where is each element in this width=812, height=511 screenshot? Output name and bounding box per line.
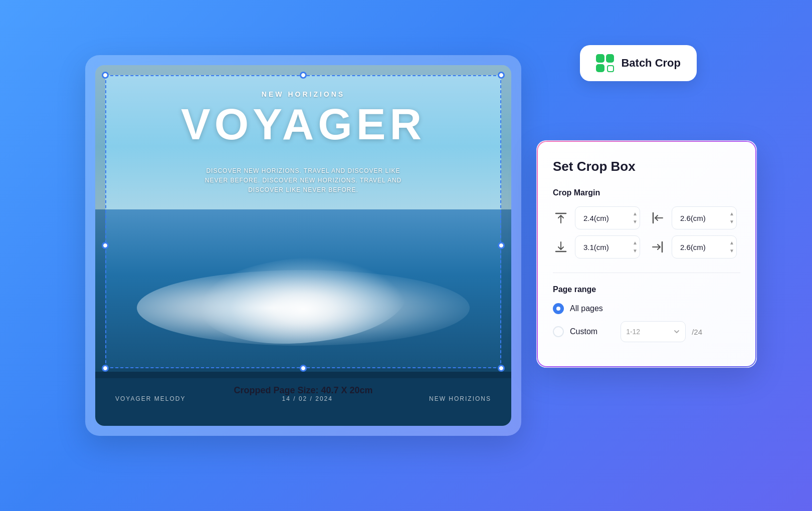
pdf-subtitle: NEW HORIZIONS: [262, 90, 345, 98]
right-margin-down[interactable]: ▼: [727, 247, 736, 254]
batch-crop-icon: [596, 54, 614, 72]
pdf-viewer-card: NEW HORIZIONS VOYAGER DISCOVER NEW HORIZ…: [85, 55, 521, 436]
margin-top-icon: [553, 210, 569, 226]
crop-panel: Set Crop Box Crop Margin ▲ ▼: [536, 140, 757, 368]
margin-right-icon: [650, 239, 666, 255]
all-pages-radio[interactable]: [553, 303, 564, 314]
crop-handle-tl[interactable]: [102, 72, 109, 79]
page-range-total: /24: [692, 328, 702, 336]
pdf-bottom-center: 14 / 02 / 2024: [282, 395, 333, 402]
top-margin-spinners: ▲ ▼: [631, 210, 640, 225]
crop-handle-br[interactable]: [498, 365, 505, 372]
crop-mask-right: [501, 75, 511, 368]
left-margin-spinners: ▲ ▼: [727, 210, 736, 225]
right-margin-up[interactable]: ▲: [727, 239, 736, 246]
left-margin-down[interactable]: ▼: [727, 218, 736, 225]
pdf-inner: NEW HORIZIONS VOYAGER DISCOVER NEW HORIZ…: [95, 65, 511, 426]
left-margin-wrap: ▲ ▼: [672, 206, 740, 229]
all-pages-row[interactable]: All pages: [553, 303, 740, 314]
divider: [553, 273, 740, 273]
custom-radio-row[interactable]: Custom 1-12 /24: [553, 321, 740, 342]
crop-handle-mr[interactable]: [498, 242, 505, 249]
custom-radio[interactable]: [553, 326, 564, 337]
batch-crop-button[interactable]: Batch Crop: [580, 45, 697, 81]
crop-handle-ml[interactable]: [102, 242, 109, 249]
pdf-bottom-right: NEW HORIZIONS: [429, 395, 491, 402]
crop-handle-tc[interactable]: [300, 72, 307, 79]
top-margin-wrap: ▲ ▼: [575, 206, 644, 229]
page-range-value: 1-12: [626, 328, 640, 336]
crop-margin-label: Crop Margin: [553, 188, 740, 197]
margin-bottom-icon: [553, 239, 569, 255]
top-margin-up[interactable]: ▲: [631, 210, 640, 217]
bottom-margin-spinners: ▲ ▼: [631, 239, 640, 254]
pdf-bottom-bar: VOYAGER MELODY 14 / 02 / 2024 NEW HORIZI…: [95, 372, 511, 426]
all-pages-label: All pages: [570, 304, 603, 313]
main-scene: NEW HORIZIONS VOYAGER DISCOVER NEW HORIZ…: [55, 40, 757, 471]
custom-label: Custom: [570, 327, 597, 336]
bottom-margin-up[interactable]: ▲: [631, 239, 640, 246]
margin-left-icon: [650, 210, 666, 226]
page-range-input[interactable]: 1-12: [621, 321, 686, 342]
right-margin-wrap: ▲ ▼: [672, 235, 740, 259]
left-margin-up[interactable]: ▲: [727, 210, 736, 217]
bottom-margin-down[interactable]: ▼: [631, 247, 640, 254]
pdf-title: VOYAGER: [181, 102, 426, 146]
margin-grid: ▲ ▼ ▲ ▼: [553, 206, 740, 259]
page-range-label: Page range: [553, 285, 740, 294]
bottom-margin-wrap: ▲ ▼: [575, 235, 644, 259]
right-margin-spinners: ▲ ▼: [727, 239, 736, 254]
crop-handle-bc[interactable]: [300, 365, 307, 372]
top-margin-down[interactable]: ▼: [631, 218, 640, 225]
pdf-bottom-left: VOYAGER MELODY: [115, 395, 185, 402]
pdf-body-text: DISCOVER NEW HORIZIONS. TRAVEL AND DISCO…: [203, 166, 403, 195]
batch-crop-label: Batch Crop: [621, 57, 681, 70]
crop-handle-tr[interactable]: [498, 72, 505, 79]
panel-title: Set Crop Box: [553, 159, 740, 174]
custom-range-wrap: 1-12 /24: [621, 321, 702, 342]
crop-size-label: Cropped Page Size: 40.7 X 20cm: [95, 385, 511, 396]
pdf-text-overlay: NEW HORIZIONS VOYAGER DISCOVER NEW HORIZ…: [95, 65, 511, 372]
crop-mask-left: [95, 75, 105, 368]
crop-handle-bl[interactable]: [102, 365, 109, 372]
